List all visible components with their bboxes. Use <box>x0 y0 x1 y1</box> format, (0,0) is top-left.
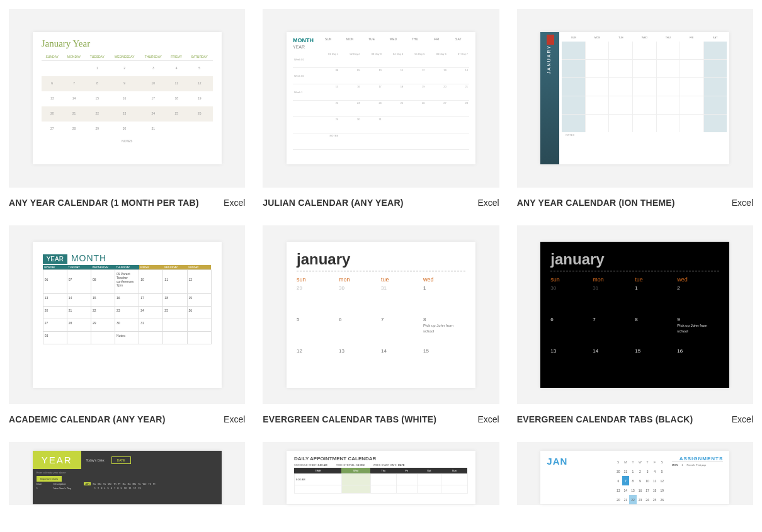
template-app: Excel <box>732 198 753 208</box>
template-app: Excel <box>477 198 499 208</box>
template-card[interactable]: YEAR MONTH MONDAYTUESDAYWEDNESDAYTHURSDA… <box>9 225 245 424</box>
template-thumbnail[interactable]: YEAR MONTH MONDAYTUESDAYWEDNESDAYTHURSDA… <box>9 225 245 404</box>
template-card[interactable]: DAILY APPOINTMENT CALENDAR SCHEDULE STAR… <box>263 442 499 505</box>
template-thumbnail[interactable]: MONTH SUNMONTUEWEDTHUFRISAT YEAR Week 01… <box>263 9 499 188</box>
template-thumbnail[interactable]: january sunmontuewed 303112 6789Pick up … <box>517 225 753 404</box>
template-app: Excel <box>224 198 245 208</box>
template-title: ACADEMIC CALENDAR (ANY YEAR) <box>9 414 166 424</box>
template-thumbnail[interactable]: JANUARY SUNMONTUEWEDTHUFRISAT NOTES <box>517 9 753 188</box>
template-title: EVERGREEN CALENDAR TABS (WHITE) <box>263 414 436 424</box>
template-card[interactable]: january sunmontuewed 2930311 5678Pick up… <box>263 225 499 424</box>
template-title: ANY YEAR CALENDAR (1 MONTH PER TAB) <box>9 198 199 208</box>
template-thumbnail[interactable]: DAILY APPOINTMENT CALENDAR SCHEDULE STAR… <box>263 442 499 505</box>
template-thumbnail[interactable]: JAN SMTWTFS 303112345 6789101112 1314151… <box>517 442 753 505</box>
template-title: JULIAN CALENDAR (ANY YEAR) <box>263 198 403 208</box>
preview: January Year SUNDAYMONDAYTUESDAYWEDNESDA… <box>33 32 222 164</box>
preview: YEAR MONTH MONDAYTUESDAYWEDNESDAYTHURSDA… <box>33 242 222 388</box>
preview: DAILY APPOINTMENT CALENDAR SCHEDULE STAR… <box>287 451 475 504</box>
template-grid: January Year SUNDAYMONDAYTUESDAYWEDNESDA… <box>9 9 753 505</box>
preview: YEAR Today's Date:DATE Enter calendar ye… <box>33 451 222 504</box>
template-card[interactable]: YEAR Today's Date:DATE Enter calendar ye… <box>9 442 245 505</box>
template-card[interactable]: JANUARY SUNMONTUEWEDTHUFRISAT NOTES <box>517 9 753 208</box>
preview: JAN SMTWTFS 303112345 6789101112 1314151… <box>540 451 729 504</box>
preview: january sunmontuewed 303112 6789Pick up … <box>540 242 729 388</box>
template-app: Excel <box>477 414 499 424</box>
template-title: ANY YEAR CALENDAR (ION THEME) <box>517 198 675 208</box>
template-app: Excel <box>224 414 245 424</box>
template-card[interactable]: january sunmontuewed 303112 6789Pick up … <box>517 225 753 424</box>
preview: JANUARY SUNMONTUEWEDTHUFRISAT NOTES <box>540 32 729 164</box>
preview-heading: January Year <box>42 38 213 49</box>
preview: MONTH SUNMONTUEWEDTHUFRISAT YEAR Week 01… <box>287 32 475 164</box>
template-thumbnail[interactable]: january sunmontuewed 2930311 5678Pick up… <box>263 225 499 404</box>
template-app: Excel <box>732 414 753 424</box>
template-card[interactable]: January Year SUNDAYMONDAYTUESDAYWEDNESDA… <box>9 9 245 208</box>
template-thumbnail[interactable]: January Year SUNDAYMONDAYTUESDAYWEDNESDA… <box>9 9 245 188</box>
template-card[interactable]: MONTH SUNMONTUEWEDTHUFRISAT YEAR Week 01… <box>263 9 499 208</box>
template-title: EVERGREEN CALENDAR TABS (BLACK) <box>517 414 693 424</box>
template-card[interactable]: JAN SMTWTFS 303112345 6789101112 1314151… <box>517 442 753 505</box>
notes-label: NOTES <box>42 137 213 145</box>
preview: january sunmontuewed 2930311 5678Pick up… <box>287 242 475 388</box>
template-thumbnail[interactable]: YEAR Today's Date:DATE Enter calendar ye… <box>9 442 245 505</box>
